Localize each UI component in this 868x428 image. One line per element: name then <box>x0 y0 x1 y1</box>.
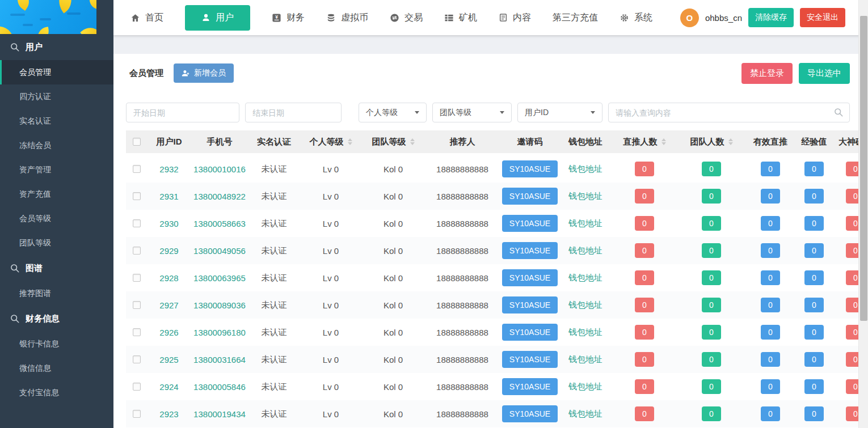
valid_direct-badge[interactable]: 0 <box>761 270 780 285</box>
phone-link[interactable]: 13800019434 <box>193 409 246 419</box>
logout-button[interactable]: 安全退出 <box>800 8 845 27</box>
direct_push-badge[interactable]: 0 <box>635 243 654 258</box>
direct_push-badge[interactable]: 0 <box>635 216 654 231</box>
valid_direct-badge[interactable]: 0 <box>761 189 780 204</box>
phone-link[interactable]: 13800005846 <box>193 382 246 392</box>
sort-arrows-icon[interactable] <box>410 138 415 145</box>
user_id-link[interactable]: 2929 <box>159 246 178 256</box>
nav-item-crypto[interactable]: 虚拟币 <box>326 12 368 24</box>
wallet-link[interactable]: 钱包地址 <box>568 164 602 175</box>
sidebar-item[interactable]: 会员管理 <box>0 60 113 84</box>
sidebar-item[interactable]: 资产充值 <box>0 182 113 206</box>
team-level-select[interactable]: 团队等级 <box>432 103 512 122</box>
row-checkbox[interactable] <box>133 274 141 282</box>
user-id-select[interactable]: 用户ID <box>517 103 602 122</box>
nav-item-trade[interactable]: 交易 <box>390 12 423 24</box>
phone-link[interactable]: 13800049056 <box>193 246 246 256</box>
direct_push-badge[interactable]: 0 <box>635 352 654 367</box>
sidebar-section-title[interactable]: 财务信息 <box>0 306 113 332</box>
clear-cache-button[interactable]: 清除缓存 <box>748 8 794 27</box>
row-checkbox[interactable] <box>133 192 141 200</box>
sidebar-item[interactable]: 推荐图谱 <box>0 281 113 306</box>
sidebar-item[interactable]: 实名认证 <box>0 109 113 133</box>
sidebar-item[interactable]: 冻结会员 <box>0 133 113 158</box>
row-checkbox[interactable] <box>133 355 141 363</box>
direct_push-badge[interactable]: 0 <box>635 379 654 394</box>
sidebar-item[interactable]: 会员等级 <box>0 206 113 231</box>
invite-code-button[interactable]: SY10ASUE <box>502 351 558 368</box>
sort-arrows-icon[interactable] <box>348 138 352 145</box>
team_count-badge[interactable]: 0 <box>702 379 721 394</box>
row-checkbox[interactable] <box>133 383 141 391</box>
start-date-input[interactable] <box>126 103 239 122</box>
user_id-link[interactable]: 2924 <box>159 382 178 392</box>
row-checkbox[interactable] <box>133 165 141 173</box>
phone-link[interactable]: 13800048922 <box>193 192 246 201</box>
sidebar-item[interactable]: 支付宝信息 <box>0 380 113 405</box>
invite-code-button[interactable]: SY10ASUE <box>502 215 558 232</box>
team_count-badge[interactable]: 0 <box>702 406 721 421</box>
wallet-link[interactable]: 钱包地址 <box>568 382 602 392</box>
wallet-link[interactable]: 钱包地址 <box>568 273 602 283</box>
direct_push-badge[interactable]: 0 <box>635 270 654 285</box>
user_id-link[interactable]: 2931 <box>159 192 178 201</box>
avatar[interactable]: O <box>680 9 699 27</box>
phone-link[interactable]: 13800063965 <box>193 273 246 283</box>
sidebar-section-title[interactable]: 图谱 <box>0 255 113 281</box>
wallet-link[interactable]: 钱包地址 <box>568 300 602 311</box>
phone-link[interactable]: 13800058663 <box>193 219 246 228</box>
nav-item-home[interactable]: 首页 <box>130 12 163 24</box>
direct_push-badge[interactable]: 0 <box>635 189 654 204</box>
sidebar-item[interactable]: 银行卡信息 <box>0 332 113 356</box>
phone-link[interactable]: 13800096180 <box>193 328 246 337</box>
search-icon[interactable] <box>833 107 844 117</box>
search-input[interactable] <box>608 103 850 122</box>
invite-code-button[interactable]: SY10ASUE <box>502 378 558 395</box>
row-checkbox[interactable] <box>133 247 141 255</box>
team_count-badge[interactable]: 0 <box>702 216 721 231</box>
row-checkbox[interactable] <box>133 410 141 418</box>
direct_push-badge[interactable]: 0 <box>635 325 654 340</box>
phone-link[interactable]: 13800089036 <box>193 300 246 310</box>
valid_direct-badge[interactable]: 0 <box>761 298 780 312</box>
invite-code-button[interactable]: SY10ASUE <box>502 324 558 341</box>
phone-link[interactable]: 13800031664 <box>193 355 246 365</box>
experience-badge[interactable]: 0 <box>804 352 824 367</box>
team_count-badge[interactable]: 0 <box>702 243 721 258</box>
column-header-team_level[interactable]: 团队等级 <box>362 137 424 147</box>
user_id-link[interactable]: 2927 <box>159 300 178 310</box>
user_id-link[interactable]: 2930 <box>159 219 178 228</box>
phone-link[interactable]: 13800010016 <box>193 164 246 174</box>
valid_direct-badge[interactable]: 0 <box>761 162 780 176</box>
valid_direct-badge[interactable]: 0 <box>761 379 780 394</box>
team_count-badge[interactable]: 0 <box>702 352 721 367</box>
team_count-badge[interactable]: 0 <box>702 298 721 312</box>
nav-item-users[interactable]: 用户 <box>185 5 250 31</box>
team_count-badge[interactable]: 0 <box>702 325 721 340</box>
ban-login-button[interactable]: 禁止登录 <box>741 63 793 84</box>
user_id-link[interactable]: 2928 <box>159 273 178 283</box>
invite-code-button[interactable]: SY10ASUE <box>502 242 558 259</box>
nav-item-finance[interactable]: ¥财务 <box>272 12 305 24</box>
nav-item-miner[interactable]: 矿机 <box>444 12 477 24</box>
experience-badge[interactable]: 0 <box>804 243 824 258</box>
experience-badge[interactable]: 0 <box>804 298 824 312</box>
user_id-link[interactable]: 2923 <box>159 409 178 419</box>
sidebar-section-title[interactable]: 用户 <box>0 34 113 60</box>
sort-arrows-icon[interactable] <box>728 138 733 145</box>
column-header-team_count[interactable]: 团队人数 <box>677 137 745 147</box>
experience-badge[interactable]: 0 <box>804 189 824 204</box>
nav-item-system[interactable]: 系统 <box>620 12 652 24</box>
valid_direct-badge[interactable]: 0 <box>761 352 780 367</box>
valid_direct-badge[interactable]: 0 <box>761 325 780 340</box>
personal-level-select[interactable]: 个人等级 <box>359 103 427 122</box>
row-checkbox[interactable] <box>133 328 141 336</box>
sidebar-item[interactable]: 资产管理 <box>0 158 113 182</box>
column-header-personal_level[interactable]: 个人等级 <box>300 137 362 147</box>
row-checkbox[interactable] <box>133 219 141 227</box>
invite-code-button[interactable]: SY10ASUE <box>502 296 558 313</box>
row-checkbox[interactable] <box>133 301 141 309</box>
experience-badge[interactable]: 0 <box>804 216 824 231</box>
experience-badge[interactable]: 0 <box>804 270 824 285</box>
team_count-badge[interactable]: 0 <box>702 189 721 204</box>
